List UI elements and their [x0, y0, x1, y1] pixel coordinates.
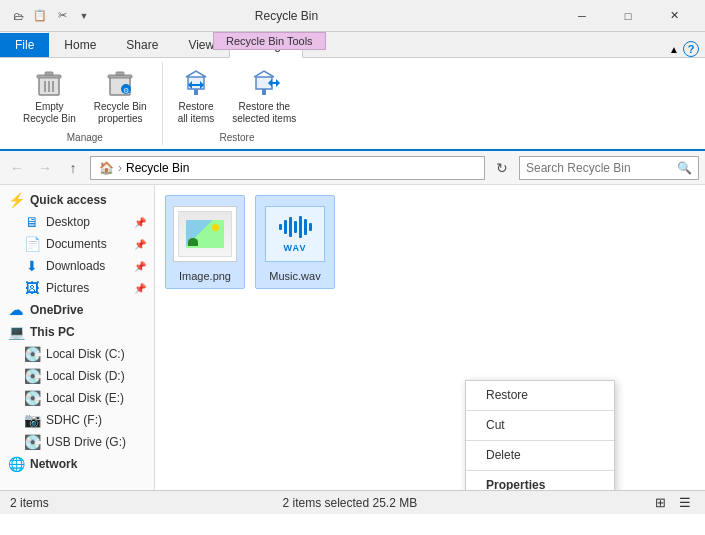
sidebar-item-label: Local Disk (D:) — [46, 369, 125, 383]
restore-selected-icon — [248, 67, 280, 99]
sidebar-item-label: Documents — [46, 237, 107, 251]
sidebar-item-quick-access[interactable]: ⚡ Quick access — [0, 189, 154, 211]
context-menu-cut[interactable]: Cut — [466, 411, 614, 440]
sidebar-item-downloads[interactable]: ⬇ Downloads 📌 — [0, 255, 154, 277]
search-input[interactable] — [526, 161, 673, 175]
address-bar: ← → ↑ 🏠 › Recycle Bin ↻ 🔍 — [0, 151, 705, 185]
sidebar-item-label: SDHC (F:) — [46, 413, 102, 427]
recycle-bin-properties-button[interactable]: ⚙ Recycle Bin properties — [87, 62, 154, 130]
pictures-icon: 🖼 — [24, 280, 40, 296]
context-menu-delete[interactable]: Delete — [466, 441, 614, 470]
forward-button[interactable]: → — [34, 157, 56, 179]
sidebar-item-label: This PC — [30, 325, 75, 339]
documents-icon: 📄 — [24, 236, 40, 252]
context-menu-properties[interactable]: Properties — [466, 471, 614, 490]
view-controls: ⊞ ☰ — [651, 493, 695, 513]
restore-selected-button[interactable]: Restore the selected items — [225, 62, 303, 130]
manage-buttons: Empty Recycle Bin ⚙ Recycle Bin properti… — [16, 62, 154, 130]
tab-share[interactable]: Share — [111, 33, 173, 57]
pin-icon: 📌 — [134, 239, 146, 250]
tab-file[interactable]: File — [0, 33, 49, 57]
help-icon[interactable]: ? — [683, 41, 699, 57]
search-icon: 🔍 — [677, 161, 692, 175]
sidebar-item-sdhc[interactable]: 📷 SDHC (F:) — [0, 409, 154, 431]
sidebar-item-label: OneDrive — [30, 303, 83, 317]
onedrive-icon: ☁ — [8, 302, 24, 318]
recycle-bin-properties-label: Recycle Bin properties — [94, 101, 147, 125]
sidebar-item-desktop[interactable]: 🖥 Desktop 📌 — [0, 211, 154, 233]
sidebar-item-local-disk-e[interactable]: 💽 Local Disk (E:) — [0, 387, 154, 409]
minimize-button[interactable]: ─ — [559, 0, 605, 32]
title-bar: 🗁 📋 ✂ ▼ Recycle Bin ─ □ ✕ — [0, 0, 705, 32]
svg-rect-8 — [116, 72, 124, 75]
sidebar-item-onedrive[interactable]: ☁ OneDrive — [0, 299, 154, 321]
item-count: 2 items — [10, 496, 49, 510]
restore-all-icon — [180, 67, 212, 99]
tab-home[interactable]: Home — [49, 33, 111, 57]
downloads-icon: ⬇ — [24, 258, 40, 274]
sidebar-item-label: Network — [30, 457, 77, 471]
svg-text:⚙: ⚙ — [123, 87, 129, 94]
refresh-button[interactable]: ↻ — [491, 157, 513, 179]
large-icon-view-button[interactable]: ⊞ — [651, 493, 671, 513]
restore-all-button[interactable]: Restore all items — [171, 62, 222, 130]
file-item-image-png[interactable]: Image.png — [165, 195, 245, 289]
back-button[interactable]: ← — [6, 157, 28, 179]
context-menu: Restore Cut Delete Properties — [465, 380, 615, 490]
pin-icon: 📌 — [134, 261, 146, 272]
quick-access-icon: ⚡ — [8, 192, 24, 208]
search-box[interactable]: 🔍 — [519, 156, 699, 180]
sidebar-item-local-disk-c[interactable]: 💽 Local Disk (C:) — [0, 343, 154, 365]
main-area: ⚡ Quick access 🖥 Desktop 📌 📄 Documents 📌… — [0, 185, 705, 490]
close-button[interactable]: ✕ — [651, 0, 697, 32]
empty-recycle-bin-icon — [33, 67, 65, 99]
image-png-name: Image.png — [179, 270, 231, 282]
desktop-icon: 🖥 — [24, 214, 40, 230]
window-title: Recycle Bin — [14, 9, 559, 23]
context-menu-restore[interactable]: Restore — [466, 381, 614, 410]
pin-icon: 📌 — [134, 217, 146, 228]
sidebar-item-this-pc[interactable]: 💻 This PC — [0, 321, 154, 343]
manage-group-label: Manage — [16, 132, 154, 145]
manage-tab-header: Recycle Bin Tools — [213, 32, 326, 50]
sidebar-item-local-disk-d[interactable]: 💽 Local Disk (D:) — [0, 365, 154, 387]
ribbon-expand-icon[interactable]: ▲ — [669, 44, 679, 55]
restore-all-label: Restore all items — [178, 101, 215, 125]
this-pc-icon: 💻 — [8, 324, 24, 340]
up-button[interactable]: ↑ — [62, 157, 84, 179]
sidebar-item-label: Local Disk (C:) — [46, 347, 125, 361]
disk-d-icon: 💽 — [24, 368, 40, 384]
sidebar-item-network[interactable]: 🌐 Network — [0, 453, 154, 475]
disk-c-icon: 💽 — [24, 346, 40, 362]
detail-view-button[interactable]: ☰ — [675, 493, 695, 513]
recycle-bin-properties-icon: ⚙ — [104, 67, 136, 99]
content-area: Image.png — [155, 185, 705, 490]
restore-group-label: Restore — [171, 132, 304, 145]
empty-recycle-bin-button[interactable]: Empty Recycle Bin — [16, 62, 83, 130]
address-path[interactable]: 🏠 › Recycle Bin — [90, 156, 485, 180]
wav-thumbnail: WAV — [263, 202, 327, 266]
window-controls: ─ □ ✕ — [559, 0, 697, 32]
sidebar-item-label: USB Drive (G:) — [46, 435, 126, 449]
sidebar-item-label: Downloads — [46, 259, 105, 273]
file-item-music-wav[interactable]: WAV Music.wav — [255, 195, 335, 289]
path-recycle-bin[interactable]: Recycle Bin — [126, 161, 189, 175]
sidebar-item-label: Pictures — [46, 281, 89, 295]
home-icon: 🏠 — [99, 161, 114, 175]
status-bar: 2 items 2 items selected 25.2 MB ⊞ ☰ — [0, 490, 705, 514]
network-icon: 🌐 — [8, 456, 24, 472]
restore-buttons: Restore all items Restore the selected i… — [171, 62, 304, 130]
sidebar-item-label: Desktop — [46, 215, 90, 229]
sidebar: ⚡ Quick access 🖥 Desktop 📌 📄 Documents 📌… — [0, 185, 155, 490]
selected-info: 2 items selected 25.2 MB — [282, 496, 417, 510]
maximize-button[interactable]: □ — [605, 0, 651, 32]
ribbon-group-restore: Restore all items Restore the selected i… — [163, 62, 312, 145]
sdhc-icon: 📷 — [24, 412, 40, 428]
sidebar-item-pictures[interactable]: 🖼 Pictures 📌 — [0, 277, 154, 299]
pin-icon: 📌 — [134, 283, 146, 294]
sidebar-item-documents[interactable]: 📄 Documents 📌 — [0, 233, 154, 255]
ribbon-tabs: File Home Share View Manage ▲ ? — [0, 32, 705, 58]
usb-icon: 💽 — [24, 434, 40, 450]
sidebar-item-usb-drive[interactable]: 💽 USB Drive (G:) — [0, 431, 154, 453]
svg-rect-2 — [45, 72, 53, 75]
